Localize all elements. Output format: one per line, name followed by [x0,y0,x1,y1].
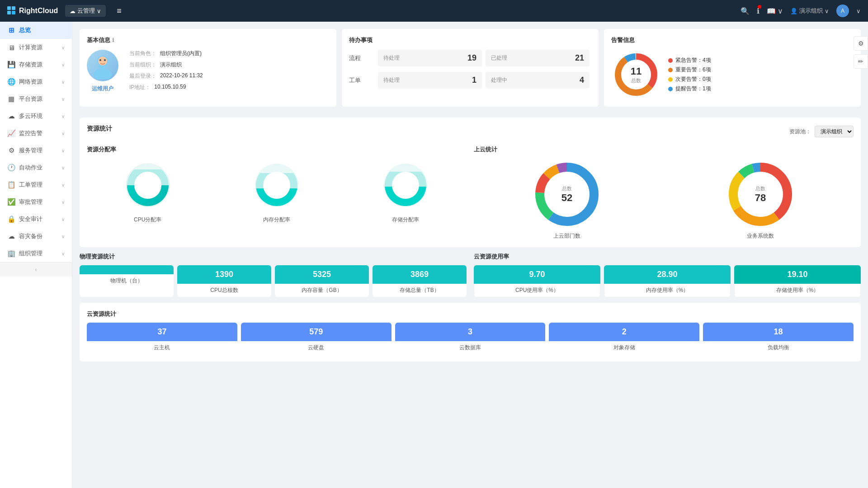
legend-dot-minor [668,77,673,82]
search-icon[interactable]: 🔍 [741,7,750,15]
sidebar-item-platform[interactable]: ▦ 平台资源 ∨ [0,90,72,108]
role-label: 当前角色： [129,50,156,57]
pending-stat-ticket-process[interactable]: 处理中 4 [486,72,590,89]
use-val-storage: 19.10 [734,265,861,284]
pending-stat-process-done[interactable]: 已处理 21 [486,50,590,66]
sidebar-item-compute[interactable]: 🖥 计算资源 ∨ [0,39,72,56]
user-avatar-btn[interactable]: A [836,5,849,17]
storage-alloc-chart: 44% 44% 存储分配率 [345,158,467,224]
cloud-sys-wrap: 总数 78 业务系统数 [667,158,854,240]
basic-info-title: 基本信息 ℹ [87,36,329,44]
alert-legend: 紧急告警：4项 重要告警：6项 次要告警：0项 提醒告警：1项 [668,56,711,93]
alert-icon[interactable]: ℹ [757,7,760,15]
phys-card-machine: 物理机（台） [80,265,174,297]
overview-icon: ⊞ [7,26,15,34]
chevron-down-icon: ∨ [61,114,65,119]
phys-card-cpu: 1390 CPU总核数 [177,265,271,297]
storage-donut: 44% 44% [378,158,433,212]
sidebar-item-service[interactable]: ⚙ 服务管理 ∨ [0,142,72,159]
sidebar-collapse-btn[interactable]: ‹ [0,262,72,277]
login-row: 最后登录： 2022-10-26 11:32 [129,72,203,80]
help-icon[interactable]: ℹ [112,37,114,43]
cloud-res-vm: 37 云主机 [87,323,237,354]
sidebar-item-label: 自动作业 [19,164,58,172]
sidebar-item-storage[interactable]: 💾 存储资源 ∨ [0,56,72,73]
cloud-sys-donut: 总数 78 [724,158,797,230]
cloud-res-label-obj: 对象存储 [549,341,699,354]
info-rows: 当前角色： 组织管理员(内置) 当前组织： 演示组织 最后登录： 2022-10… [129,50,203,91]
top-row: 基本信息 ℹ [80,29,861,112]
resource-pool-select: 资源池： 演示组织 [789,126,854,137]
user-role-label: 运维用户 [92,85,113,93]
pending-stat-ticket-wait[interactable]: 待处理 1 [378,72,482,89]
sidebar-item-label: 存储资源 [19,61,58,69]
sidebar-item-approve[interactable]: ✅ 审批管理 ∨ [0,193,72,211]
mem-donut: 39% 39% [250,158,304,212]
cpu-donut-svg: 53% [121,158,175,212]
cloud-stats-title: 上云统计 [474,145,854,154]
phys-label-mem: 内存容量（GB） [275,284,369,297]
cloud-res-disk: 579 云硬盘 [241,323,392,354]
sidebar-item-overview[interactable]: ⊞ 总览 [0,22,72,39]
org-selector[interactable]: 👤 演示组织 ∨ [790,7,829,15]
sidebar-item-label: 总览 [19,26,65,34]
sidebar-item-label: 网络资源 [19,78,58,86]
alloc-section: 资源分配率 [87,145,467,240]
book-icon[interactable]: 📖 ∨ [767,7,783,15]
cloud-mgmt-btn[interactable]: ☁ 云管理 ∨ [65,5,106,17]
phys-val-machine [80,265,174,274]
legend-label-reminder: 提醒告警：1项 [675,85,711,93]
use-card-storage: 19.10 存储使用率（%） [734,265,861,297]
cloud-res-title: 云资源统计 [87,310,854,318]
sidebar-item-network[interactable]: 🌐 网络资源 ∨ [0,73,72,90]
org-value: 演示组织 [160,61,182,69]
menu-icon[interactable]: ≡ [117,6,122,16]
org-row: 当前组织： 演示组织 [129,61,203,69]
edit-btn[interactable]: ✏ [854,54,868,69]
phys-label-storage: 存储总量（TB） [373,284,467,297]
svg-rect-0 [7,6,11,10]
sidebar-item-label: 容灾备份 [19,232,58,240]
resource-section-header: 资源统计 资源池： 演示组织 [87,125,854,138]
basic-info-content: 运维用户 当前角色： 组织管理员(内置) 当前组织： 演示组织 最后登录： [87,50,329,93]
main-layout: ⊞ 总览 🖥 计算资源 ∨ 💾 存储资源 ∨ 🌐 网络资源 ∨ ▦ 平台资源 ∨… [0,22,868,488]
settings-btn[interactable]: ⚙ [854,36,868,51]
pending-stat-process-wait[interactable]: 待处理 19 [378,50,482,66]
use-label-mem: 内存使用率（%） [604,284,731,297]
cloud-sys-total-label: 总数 [755,185,766,192]
cpu-alloc-chart: 53% 53% CPU分配率 [87,158,208,224]
cloud-res-card: 云资源统计 37 云主机 579 云硬盘 3 云数据库 2 对象存储 [80,303,861,361]
sidebar-item-ticket[interactable]: 📋 工单管理 ∨ [0,176,72,193]
svg-rect-3 [12,11,15,14]
svg-point-7 [99,59,101,61]
sidebar-item-backup[interactable]: ☁ 容灾备份 ∨ [0,228,72,245]
chevron-down-icon: ∨ [61,148,65,153]
basic-info-card: 基本信息 ℹ [80,29,336,107]
chevron-down-icon: ∨ [61,45,65,50]
sidebar-item-audit[interactable]: 🔒 安全审计 ∨ [0,211,72,228]
cloud-res-cards: 37 云主机 579 云硬盘 3 云数据库 2 对象存储 18 负载均衡 [87,323,854,354]
cloud-res-label-db: 云数据库 [395,341,546,354]
svg-text:44%: 44% [397,180,414,189]
sidebar-item-monitor[interactable]: 📈 监控告警 ∨ [0,125,72,142]
cloud-charts-row: 总数 52 上云部门数 [474,158,854,240]
cloud-dept-label: 上云部门数 [553,232,580,240]
sidebar-item-org[interactable]: 🏢 组织管理 ∨ [0,245,72,262]
pending-row-ticket: 工单 待处理 1 处理中 4 [349,72,591,89]
ip-row: IP地址： 10.105.10.59 [129,84,203,91]
sidebar-item-autojob[interactable]: 🕐 自动作业 ∨ [0,159,72,176]
phys-card-mem: 5325 内存容量（GB） [275,265,369,297]
use-card-cpu: 9.70 CPU使用率（%） [474,265,600,297]
avatar-chevron-icon[interactable]: ∨ [856,8,861,14]
legend-item-reminder: 提醒告警：1项 [668,85,711,93]
right-tools: ⚙ ✏ [854,36,868,69]
sidebar-item-multicloud[interactable]: ☁ 多云环境 ∨ [0,108,72,125]
cloud-res-val-lb: 18 [703,323,854,341]
cloud-sys-center: 总数 78 [755,185,766,204]
svg-rect-2 [7,11,11,14]
chevron-down-icon: ∨ [61,80,65,84]
resource-stats-title: 资源统计 [87,125,112,133]
pool-dropdown[interactable]: 演示组织 [815,126,854,137]
org-label: 演示组织 [799,7,823,15]
multicloud-icon: ☁ [7,112,15,120]
